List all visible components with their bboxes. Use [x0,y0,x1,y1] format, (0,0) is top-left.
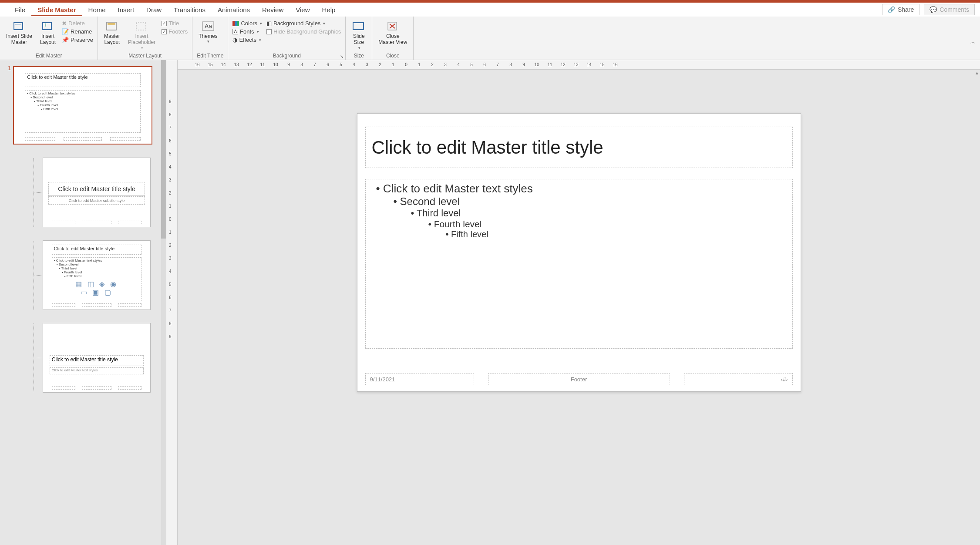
title-checkbox[interactable] [162,21,167,26]
slide-size-button[interactable]: Slide Size▾ [350,19,367,51]
layout-thumbnail-section[interactable]: Click to edit Master title style Click t… [43,323,151,393]
body-placeholder[interactable]: Click to edit Master text styles Second … [365,179,793,349]
insert-placeholder-button[interactable]: Insert Placeholder▾ [126,19,157,51]
menu-slide-master[interactable]: Slide Master [31,3,82,16]
group-background-label: Background [232,52,341,59]
master-thumbnail[interactable]: Click to edit Master title style • Click… [13,66,152,145]
chevron-down-icon: ▾ [260,21,262,26]
menu-insert[interactable]: Insert [112,3,141,16]
background-launcher[interactable]: ↘ [340,54,344,59]
svg-text:Aa: Aa [205,23,212,30]
chevron-down-icon: ▾ [358,46,360,50]
insert-layout-icon: + [41,20,55,32]
rename-button[interactable]: 📝Rename [62,27,93,36]
master-layout-icon [105,20,119,32]
insert-placeholder-label: Insert Placeholder [128,33,155,46]
thumb-title-box: Click to edit Master title style [50,355,144,366]
group-background: Colors▾ AFonts▾ ◑Effects▾ ◧Background St… [228,17,346,60]
thumb-title-box: Click to edit Master title style [52,245,142,254]
thumb-footer [82,221,112,224]
menu-view[interactable]: View [290,3,316,16]
themes-button[interactable]: Aa Themes▾ [197,19,219,45]
effects-button[interactable]: ◑Effects▾ [232,36,262,44]
thumb-body-l2: • Second level [30,95,138,99]
body-level-3: Third level [411,208,786,219]
date-placeholder[interactable]: 9/11/2021 [365,373,474,385]
slide-number-placeholder[interactable]: ‹#› [684,373,793,385]
fonts-button[interactable]: AFonts▾ [232,27,262,36]
close-icon [386,20,400,32]
title-checkbox-row[interactable]: Title [162,19,188,27]
background-styles-button[interactable]: ◧Background Styles▾ [266,19,341,27]
vertical-ruler[interactable]: 9876543210123456789 [166,60,178,545]
editor-vscrollbar[interactable]: ▲ [974,70,980,545]
thumb-num [118,303,141,307]
preserve-icon: 📌 [62,37,69,43]
preserve-button[interactable]: 📌Preserve [62,36,93,44]
rename-label: Rename [71,28,92,35]
insert-slide-master-icon [12,20,26,32]
master-number: 1 [8,64,11,71]
thumb-footer [82,303,112,307]
svg-rect-5 [108,23,115,25]
background-styles-icon: ◧ [266,20,272,27]
close-master-view-button[interactable]: Close Master View [377,19,409,47]
title-placeholder[interactable]: Click to edit Master title style [365,127,793,168]
thumb-footer [82,386,112,390]
thumb-scrollbar-thumb[interactable] [161,60,166,239]
scroll-up-icon[interactable]: ▲ [975,71,979,75]
insert-slide-master-button[interactable]: Insert Slide Master [4,19,34,47]
insert-layout-button[interactable]: + Insert Layout [38,19,57,47]
body-level-5: Fifth level [446,229,786,239]
colors-icon [232,21,239,26]
group-close: Close Master View Close [372,17,414,60]
thumb-body-l5: • Fifth level [41,107,138,111]
svg-rect-9 [353,23,364,30]
chevron-down-icon: ▾ [257,30,259,34]
slide-canvas[interactable]: Click to edit Master title style Click t… [178,70,980,545]
thumb-subtitle-box: Click to edit Master subtitle style [48,196,145,205]
footer-placeholder[interactable]: Footer [488,373,670,385]
menu-animations[interactable]: Animations [212,3,256,16]
ribbon-collapse-button[interactable]: ︿ [970,38,976,46]
menu-file[interactable]: File [9,3,31,16]
thumb-body-l4: • Fourth level [62,270,140,274]
slide-master[interactable]: Click to edit Master title style Click t… [357,113,801,392]
layout-thumbnail-title[interactable]: Click to edit Master title style Click t… [43,158,151,227]
fonts-icon: A [232,29,238,34]
thumb-body-l1: • Click to edit Master text styles [54,259,140,262]
menu-help[interactable]: Help [316,3,342,16]
group-master-layout-label: Master Layout [102,52,188,59]
thumb-subtitle-box: Click to edit Master text styles [50,367,144,374]
menu-transitions[interactable]: Transitions [168,3,212,16]
layout-thumbnail-content[interactable]: Click to edit Master title style • Click… [43,240,151,310]
share-button[interactable]: 🔗 Share [882,4,919,15]
thumb-num [118,386,141,390]
colors-button[interactable]: Colors▾ [232,19,262,27]
hide-bg-checkbox[interactable] [266,29,272,34]
comments-button[interactable]: 💬 Comments [924,4,975,15]
menu-home[interactable]: Home [82,3,112,16]
insert-slide-master-label: Insert Slide Master [6,33,32,46]
chevron-down-icon: ▾ [259,38,261,42]
share-icon: 🔗 [888,6,895,13]
thumb-num [118,221,141,224]
body-level-1: Click to edit Master text styles [376,182,786,195]
hide-bg-checkbox-row[interactable]: Hide Background Graphics [266,27,341,36]
master-layout-button[interactable]: Master Layout [102,19,122,47]
thumb-footer [64,137,102,141]
delete-button[interactable]: ✖Delete [62,19,93,27]
group-edit-theme-label: Edit Theme [197,52,223,59]
horizontal-ruler[interactable]: 1615141312111098765432101234567891011121… [178,60,980,70]
menu-review[interactable]: Review [256,3,290,16]
svg-text:+: + [44,21,47,28]
thumb-body-l3: • Third level [34,99,138,103]
footers-checkbox-row[interactable]: Footers [162,27,188,36]
group-master-layout: Master Layout Insert Placeholder▾ Title … [98,17,192,60]
master-layout-label: Master Layout [104,33,120,46]
footers-checkbox[interactable] [162,29,167,34]
effects-icon: ◑ [232,37,237,43]
ribbon: Insert Slide Master + Insert Layout ✖Del… [0,17,980,60]
thumb-body-l1: • Click to edit Master text styles [27,91,138,95]
menu-draw[interactable]: Draw [140,3,168,16]
